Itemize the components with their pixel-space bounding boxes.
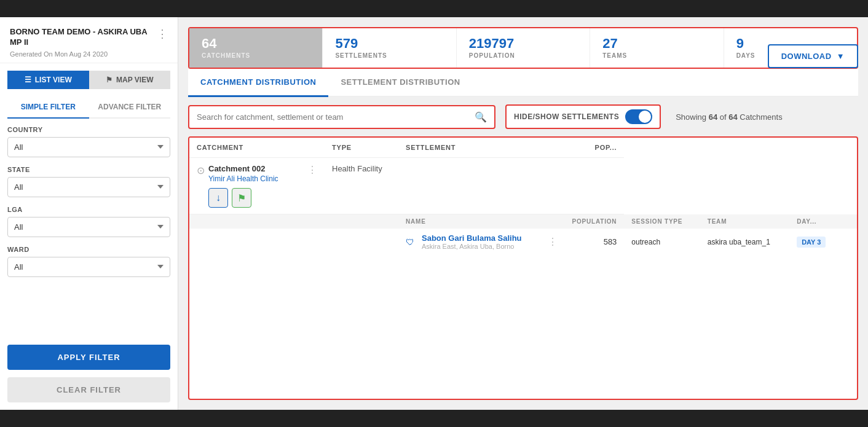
catchment-actions: ↓ ⚑ xyxy=(208,188,278,208)
catchment-settlement-col xyxy=(398,158,624,214)
sub-header-day: DAY... xyxy=(789,214,840,229)
map-view-label: MAP VIEW xyxy=(116,76,153,84)
col-catchment: CATCHMENT xyxy=(189,138,325,158)
state-filter-group: STATE All xyxy=(7,166,170,197)
country-filter-group: COUNTRY All xyxy=(7,126,170,157)
settlement-team: askira uba_team_1 xyxy=(700,229,789,255)
sub-header-team: TEAM xyxy=(700,214,789,229)
search-icon: 🔍 xyxy=(475,111,487,123)
list-view-label: LIST VIEW xyxy=(35,76,72,84)
search-input[interactable] xyxy=(197,112,475,122)
catchments-label: CATCHMENTS xyxy=(202,52,310,59)
state-select[interactable]: All xyxy=(7,177,170,197)
lga-label: LGA xyxy=(7,206,170,213)
hide-show-toggle[interactable] xyxy=(625,109,652,124)
population-label: POPULATION xyxy=(469,52,577,59)
settlement-name[interactable]: Sabon Gari Bulama Salihu xyxy=(422,233,522,243)
catchment-circle-icon: ⊙ xyxy=(197,165,205,176)
toggle-label: HIDE/SHOW SETTLEMENTS xyxy=(514,112,619,121)
table-header: CATCHMENT TYPE SETTLEMENT POP... xyxy=(189,138,857,158)
settlement-population: 583 xyxy=(565,229,625,255)
settlement-sub-header: NAME POPULATION SESSION TYPE TEAM DAY... xyxy=(189,214,857,229)
catchment-download-btn[interactable]: ↓ xyxy=(208,188,228,208)
catchment-more-icon[interactable]: ⋮ xyxy=(307,164,317,176)
teams-number: 27 xyxy=(602,37,711,50)
list-view-button[interactable]: ☰ LIST VIEW xyxy=(7,71,89,89)
settlement-distribution-tab[interactable]: SETTLEMENT DISTRIBUTION xyxy=(328,69,472,96)
search-box-container: 🔍 xyxy=(188,105,495,129)
sidebar-header: ⋮ BORNO TEAM DEMO - ASKIRA UBA MP II Gen… xyxy=(0,17,178,63)
teams-stat: 27 TEAMS xyxy=(590,28,724,68)
filter-body: COUNTRY All STATE All LGA All WARD xyxy=(0,119,178,340)
settlements-label: SETTLEMENTS xyxy=(335,52,443,59)
settlement-more-icon[interactable]: ⋮ xyxy=(548,236,558,248)
catchments-stat: 64 CATCHMENTS xyxy=(189,28,323,68)
population-stat: 219797 POPULATION xyxy=(457,28,590,68)
ward-label: WARD xyxy=(7,246,170,253)
sidebar: ⋮ BORNO TEAM DEMO - ASKIRA UBA MP II Gen… xyxy=(0,17,178,410)
settlement-name-cell: 🛡 Sabon Gari Bulama Salihu Askira East, … xyxy=(398,229,565,255)
simple-filter-tab[interactable]: SIMPLE FILTER xyxy=(7,96,89,119)
state-label: STATE xyxy=(7,166,170,173)
showing-prefix: Showing xyxy=(676,112,706,122)
filter-tabs: SIMPLE FILTER ADVANCE FILTER xyxy=(7,96,170,119)
settlement-location: Askira East, Askira Uba, Borno xyxy=(422,243,522,250)
catchment-view-btn[interactable]: ⚑ xyxy=(232,188,251,208)
country-label: COUNTRY xyxy=(7,126,170,133)
catchment-distribution-tab[interactable]: CATCHMENT DISTRIBUTION xyxy=(188,69,328,97)
clear-filter-button[interactable]: CLEAR FILTER xyxy=(7,377,170,402)
view-toggle: ☰ LIST VIEW ⚑ MAP VIEW xyxy=(7,71,170,89)
list-item: 🛡 Sabon Gari Bulama Salihu Askira East, … xyxy=(189,229,857,255)
controls-row: 🔍 HIDE/SHOW SETTLEMENTS Showing 64 of 64… xyxy=(188,104,858,129)
sidebar-subtitle: Generated On Mon Aug 24 2020 xyxy=(10,50,168,58)
col-pop: POP... xyxy=(565,138,625,158)
toggle-knob xyxy=(639,111,651,123)
content-tabs: CATCHMENT DISTRIBUTION SETTLEMENT DISTRI… xyxy=(188,69,858,97)
country-select[interactable]: All xyxy=(7,137,170,157)
showing-text: Showing 64 of 64 Catchments xyxy=(676,112,783,122)
download-label: DOWNLOAD xyxy=(781,52,832,61)
ward-select[interactable]: All xyxy=(7,257,170,277)
sidebar-title: BORNO TEAM DEMO - ASKIRA UBA MP II xyxy=(10,27,168,48)
advance-filter-tab[interactable]: ADVANCE FILTER xyxy=(89,96,171,117)
map-icon: ⚑ xyxy=(106,76,112,84)
population-number: 219797 xyxy=(469,37,577,50)
table-row: ⊙ Catchment 002 Yimir Ali Health Clinic … xyxy=(189,158,857,214)
settlement-session: outreach xyxy=(624,229,700,255)
list-icon: ☰ xyxy=(25,76,31,84)
catchment-type: Health Facility xyxy=(325,158,398,214)
sub-header-name: NAME xyxy=(398,214,565,229)
col-type: TYPE xyxy=(325,138,398,158)
sidebar-more-icon[interactable]: ⋮ xyxy=(157,27,168,41)
main-content: DOWNLOAD ▼ 64 CATCHMENTS 579 SETTLEMENTS… xyxy=(178,17,868,410)
settlement-shield-icon: 🛡 xyxy=(406,237,414,247)
col-settlement: SETTLEMENT xyxy=(398,138,565,158)
showing-current-val: 64 xyxy=(709,112,717,122)
settlements-number: 579 xyxy=(335,37,443,50)
sub-header-session: SESSION TYPE xyxy=(624,214,700,229)
teams-label: TEAMS xyxy=(602,52,711,59)
catchment-table: CATCHMENT TYPE SETTLEMENT POP... ⊙ Catch… xyxy=(188,136,858,400)
settlement-day: DAY 3 xyxy=(789,229,840,255)
download-button[interactable]: DOWNLOAD ▼ xyxy=(768,44,858,68)
ward-filter-group: WARD All xyxy=(7,246,170,277)
catchment-name: Catchment 002 xyxy=(208,164,278,173)
lga-select[interactable]: All xyxy=(7,217,170,237)
settlements-stat: 579 SETTLEMENTS xyxy=(323,28,456,68)
map-view-button[interactable]: ⚑ MAP VIEW xyxy=(89,71,171,89)
catchment-link[interactable]: Yimir Ali Health Clinic xyxy=(208,174,278,183)
stats-bar: 64 CATCHMENTS 579 SETTLEMENTS 219797 POP… xyxy=(188,27,858,69)
catchments-number: 64 xyxy=(202,37,310,50)
lga-filter-group: LGA All xyxy=(7,206,170,237)
download-icon: ▼ xyxy=(837,52,845,61)
toggle-wrap: HIDE/SHOW SETTLEMENTS xyxy=(505,104,661,129)
apply-filter-button[interactable]: APPLY FILTER xyxy=(7,345,170,370)
sub-header-pop: POPULATION xyxy=(565,214,625,229)
